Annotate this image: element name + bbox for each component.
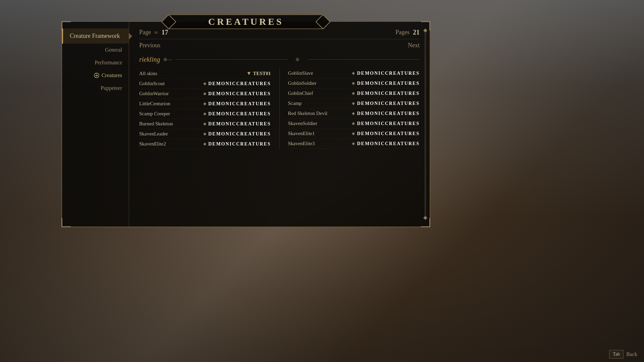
right-creature-row[interactable]: SkavenElite1◆ DEMONICCREATURES — [288, 129, 420, 139]
bottom-bar: Tab Back — [609, 350, 637, 359]
sidebar-active-item[interactable]: Creature Framework — [62, 28, 129, 44]
sidebar-puppeteer-label: Puppeteer — [101, 85, 122, 91]
creature-name: GoblinScout — [139, 81, 203, 86]
right-creature-row[interactable]: GoblinSoldier◆ DEMONICCREATURES — [288, 78, 420, 88]
scrollbar-arrow-up[interactable] — [423, 28, 427, 33]
creature-name: SkavenElite1 — [288, 131, 352, 136]
page-value: 17 — [161, 28, 168, 36]
creature-bullet: ◆ — [352, 141, 355, 146]
next-button[interactable]: Next — [408, 42, 420, 49]
page-info-row: Page ∞ 17 Pages 21 — [139, 28, 420, 39]
creature-name: SkavenLeader — [139, 131, 203, 137]
sidebar: Creature Framework General Performance C… — [62, 22, 129, 227]
right-creature-row[interactable]: Scamp◆ DEMONICCREATURES — [288, 99, 420, 109]
creature-mod: DEMONICCREATURES — [357, 91, 420, 96]
creature-name: Scamp — [288, 101, 352, 106]
creature-bullet: ◆ — [352, 111, 355, 116]
right-creature-row[interactable]: SkavenSoldier◆ DEMONICCREATURES — [288, 119, 420, 129]
creature-columns: All skins▼ TEST01GoblinScout◆ DEMONICCRE… — [139, 68, 420, 149]
creature-bullet: ◆ — [352, 91, 355, 96]
creature-bullet: ◆ — [203, 141, 206, 146]
left-creature-row[interactable]: All skins▼ TEST01 — [139, 68, 271, 79]
creature-mod: DEMONICCREATURES — [357, 141, 420, 146]
page-info-left: Page ∞ 17 — [139, 28, 279, 36]
page-label: Page — [139, 29, 151, 36]
creature-bullet: ◆ — [203, 91, 206, 96]
section-icon-left: ⊛— — [163, 57, 172, 62]
left-creature-row[interactable]: SkavenLeader◆ DEMONICCREATURES — [139, 129, 271, 139]
creature-name: Red Skeleton Devil — [288, 111, 352, 116]
infinity-icon: ∞ — [154, 29, 158, 36]
sidebar-item-puppeteer[interactable]: Puppeteer — [62, 82, 129, 95]
left-creature-row[interactable]: Burned Skeleton◆ DEMONICCREATURES — [139, 119, 271, 129]
sidebar-general-label: General — [105, 47, 122, 53]
creature-mod: DEMONICCREATURES — [208, 131, 271, 137]
creature-mod: DEMONICCREATURES — [208, 121, 271, 127]
left-creature-row[interactable]: LittleCenturion◆ DEMONICCREATURES — [139, 99, 271, 109]
sidebar-performance-label: Performance — [95, 60, 122, 65]
creature-bullet: ◆ — [352, 71, 355, 76]
creature-bullet: ◆ — [203, 81, 206, 86]
creature-bullet: ◆ — [352, 121, 355, 126]
tab-key[interactable]: Tab — [609, 350, 624, 359]
creature-bullet: ◆ — [352, 101, 355, 106]
right-creature-row[interactable]: GoblinChief◆ DEMONICCREATURES — [288, 88, 420, 99]
creature-name: LittleCenturion — [139, 101, 203, 107]
scrollbar[interactable] — [424, 28, 427, 220]
creature-mod: DEMONICCREATURES — [208, 81, 271, 86]
creature-bullet: ▼ — [246, 70, 252, 76]
page-info-right: Pages 21 — [279, 28, 420, 36]
left-creature-row[interactable]: GoblinScout◆ DEMONICCREATURES — [139, 79, 271, 89]
creature-name: GoblinSoldier — [288, 80, 352, 86]
creature-mod: DEMONICCREATURES — [208, 141, 271, 147]
right-creature-row[interactable]: Red Skeleton Devil◆ DEMONICCREATURES — [288, 109, 420, 119]
left-creature-row[interactable]: GoblinWarrior◆ DEMONICCREATURES — [139, 89, 271, 99]
creature-name: Burned Skeleton — [139, 121, 203, 127]
creature-mod: DEMONICCREATURES — [357, 111, 420, 116]
right-creature-row[interactable]: GoblinSlave◆ DEMONICCREATURES — [288, 68, 420, 78]
prev-button[interactable]: Previous — [139, 42, 160, 49]
sidebar-item-creatures[interactable]: Creatures — [62, 69, 129, 82]
creature-name: SkavenElite2 — [139, 141, 203, 147]
section-line-right — [308, 59, 420, 60]
sidebar-active-label: Creature Framework — [70, 33, 120, 40]
right-column: GoblinSlave◆ DEMONICCREATURESGoblinSoldi… — [288, 68, 420, 149]
creature-mod: DEMONICCREATURES — [357, 101, 420, 106]
section-icon-right: ⊛ — [296, 57, 300, 62]
creature-bullet: ◆ — [203, 121, 206, 126]
section-title: riekling — [139, 56, 160, 63]
scrollbar-track[interactable] — [425, 33, 426, 216]
creature-bullet: ◆ — [203, 131, 206, 136]
column-divider — [279, 68, 280, 149]
nav-row: Previous Next — [139, 42, 420, 49]
right-creature-row[interactable]: SkavenElite3◆ DEMONICCREATURES — [288, 139, 420, 149]
pages-value: 21 — [413, 28, 420, 36]
creature-mod: TEST01 — [253, 71, 271, 76]
creature-mod: DEMONICCREATURES — [208, 111, 271, 117]
back-label: Back — [626, 351, 637, 357]
sidebar-item-general[interactable]: General — [62, 44, 129, 56]
scrollbar-arrow-down[interactable] — [423, 216, 427, 220]
content-area: Page ∞ 17 Pages 21 Previous Next rieklin… — [129, 22, 430, 227]
creatures-icon — [94, 72, 100, 78]
left-creature-row[interactable]: Scamp Creeper◆ DEMONICCREATURES — [139, 109, 271, 119]
creature-bullet: ◆ — [203, 111, 206, 116]
main-panel: CREATURES Creature Framework General Per… — [61, 21, 430, 227]
creature-mod: DEMONICCREATURES — [357, 131, 420, 136]
creature-bullet: ◆ — [352, 81, 355, 86]
pages-label: Pages — [395, 29, 410, 36]
sidebar-creatures-label: Creatures — [102, 72, 122, 78]
creature-mod: DEMONICCREATURES — [357, 121, 420, 126]
creature-name: GoblinWarrior — [139, 91, 203, 97]
creature-name: GoblinChief — [288, 90, 352, 96]
left-creature-row[interactable]: SkavenElite2◆ DEMONICCREATURES — [139, 139, 271, 149]
creature-mod: DEMONICCREATURES — [208, 91, 271, 97]
sidebar-item-performance[interactable]: Performance — [62, 56, 129, 69]
creature-mod: DEMONICCREATURES — [208, 101, 271, 107]
creature-bullet: ◆ — [203, 101, 206, 106]
creature-name: GoblinSlave — [288, 70, 352, 76]
creature-mod: DEMONICCREATURES — [357, 71, 420, 76]
left-column: All skins▼ TEST01GoblinScout◆ DEMONICCRE… — [139, 68, 271, 149]
creature-mod: DEMONICCREATURES — [357, 81, 420, 86]
creature-name: Scamp Creeper — [139, 111, 203, 117]
